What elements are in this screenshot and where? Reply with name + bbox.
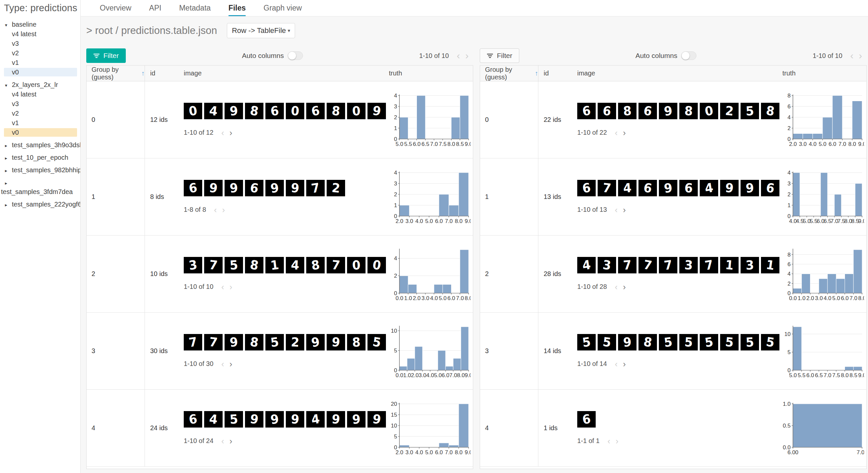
- mnist-digit-image[interactable]: 9: [266, 411, 284, 427]
- mnist-digit-image[interactable]: 8: [679, 103, 698, 119]
- sidebar-version-baseline-v2[interactable]: v2: [4, 49, 77, 57]
- mnist-digit-image[interactable]: 6: [639, 103, 657, 119]
- sidebar-version-2x-layers-2x-lr-v3[interactable]: v3: [4, 99, 77, 108]
- auto-columns-toggle[interactable]: [288, 51, 303, 60]
- mnist-digit-image[interactable]: 0: [184, 103, 202, 119]
- mnist-digit-image[interactable]: 7: [639, 257, 657, 273]
- mnist-digit-image[interactable]: 8: [245, 334, 264, 351]
- mnist-digit-image[interactable]: 9: [618, 334, 637, 351]
- mnist-digit-image[interactable]: 7: [327, 257, 345, 273]
- mnist-digit-image[interactable]: 7: [700, 257, 718, 273]
- mnist-digit-image[interactable]: 4: [618, 180, 637, 196]
- auto-columns-toggle[interactable]: [681, 51, 696, 60]
- mnist-digit-image[interactable]: 2: [286, 334, 304, 351]
- mnist-digit-image[interactable]: 6: [184, 180, 202, 196]
- mnist-digit-image[interactable]: 5: [224, 257, 243, 273]
- mnist-digit-image[interactable]: 9: [327, 411, 345, 427]
- mnist-digit-image[interactable]: 5: [761, 334, 779, 351]
- mnist-digit-image[interactable]: 6: [245, 180, 264, 196]
- mnist-digit-image[interactable]: 6: [184, 411, 202, 427]
- filter-button[interactable]: Filter: [480, 49, 519, 63]
- mnist-digit-image[interactable]: 8: [245, 257, 264, 273]
- mnist-digit-image[interactable]: 0: [347, 257, 366, 273]
- mnist-digit-image[interactable]: 4: [700, 180, 718, 196]
- mnist-digit-image[interactable]: 1: [761, 257, 779, 273]
- mnist-digit-image[interactable]: 9: [720, 180, 739, 196]
- sidebar-item-test-samples-3fdm7dea[interactable]: ▸test_samples_3fdm7dea: [4, 178, 77, 196]
- mnist-digit-image[interactable]: 9: [306, 334, 325, 351]
- mnist-digit-image[interactable]: 0: [700, 103, 718, 119]
- mnist-digit-image[interactable]: 8: [245, 103, 264, 119]
- row-mapping-dropdown[interactable]: Row -> TableFile ▾: [227, 23, 295, 38]
- row-next-page-icon[interactable]: ›: [229, 360, 232, 368]
- mnist-digit-image[interactable]: 5: [679, 334, 698, 351]
- mnist-digit-image[interactable]: 3: [598, 257, 616, 273]
- mnist-digit-image[interactable]: 1: [720, 257, 739, 273]
- filter-button[interactable]: Filter: [86, 49, 126, 63]
- mnist-digit-image[interactable]: 5: [720, 334, 739, 351]
- mnist-digit-image[interactable]: 0: [286, 103, 304, 119]
- mnist-digit-image[interactable]: 8: [761, 103, 779, 119]
- mnist-digit-image[interactable]: 5: [598, 334, 616, 351]
- sidebar-item-test-10-per-epoch[interactable]: ▸test_10_per_epoch: [4, 153, 77, 162]
- tab-graph-view[interactable]: Graph view: [264, 0, 302, 16]
- row-next-page-icon[interactable]: ›: [623, 128, 626, 137]
- column-header-image[interactable]: image: [566, 69, 782, 77]
- mnist-digit-image[interactable]: 4: [204, 411, 223, 427]
- mnist-digit-image[interactable]: 7: [659, 257, 677, 273]
- mnist-digit-image[interactable]: 5: [266, 334, 284, 351]
- mnist-digit-image[interactable]: 6: [639, 180, 657, 196]
- sidebar-version-baseline-v3[interactable]: v3: [4, 39, 77, 48]
- mnist-digit-image[interactable]: 6: [266, 103, 284, 119]
- mnist-digit-image[interactable]: 7: [618, 257, 637, 273]
- mnist-digit-image[interactable]: 6: [577, 411, 596, 427]
- column-header-image[interactable]: image: [173, 69, 388, 77]
- mnist-digit-image[interactable]: 9: [204, 180, 223, 196]
- tab-overview[interactable]: Overview: [100, 0, 131, 16]
- mnist-digit-image[interactable]: 8: [327, 103, 345, 119]
- mnist-digit-image[interactable]: 8: [347, 334, 366, 351]
- mnist-digit-image[interactable]: 6: [306, 103, 325, 119]
- mnist-digit-image[interactable]: 2: [327, 180, 345, 196]
- mnist-digit-image[interactable]: 4: [286, 257, 304, 273]
- mnist-digit-image[interactable]: 5: [368, 334, 386, 351]
- sidebar-version-2x-layers-2x-lr-v4-latest[interactable]: v4 latest: [4, 90, 77, 98]
- mnist-digit-image[interactable]: 4: [306, 411, 325, 427]
- mnist-digit-image[interactable]: 1: [266, 257, 284, 273]
- mnist-digit-image[interactable]: 8: [618, 103, 637, 119]
- mnist-digit-image[interactable]: 7: [184, 334, 202, 351]
- mnist-digit-image[interactable]: 7: [306, 180, 325, 196]
- mnist-digit-image[interactable]: 4: [577, 257, 596, 273]
- tab-files[interactable]: Files: [228, 0, 246, 16]
- mnist-digit-image[interactable]: 6: [577, 180, 596, 196]
- column-header-group-by-guess[interactable]: Group by (guess)↑: [480, 65, 538, 81]
- breadcrumb[interactable]: > root / predictions.table.json: [86, 25, 217, 36]
- column-header-truth[interactable]: truth: [388, 69, 473, 77]
- row-next-page-icon[interactable]: ›: [623, 360, 626, 368]
- mnist-digit-image[interactable]: 5: [224, 411, 243, 427]
- sidebar-version-baseline-v0[interactable]: v0: [4, 68, 77, 77]
- mnist-digit-image[interactable]: 9: [224, 180, 243, 196]
- mnist-digit-image[interactable]: 9: [659, 103, 677, 119]
- mnist-digit-image[interactable]: 9: [327, 334, 345, 351]
- sidebar-version-baseline-v4-latest[interactable]: v4 latest: [4, 30, 77, 38]
- mnist-digit-image[interactable]: 5: [741, 334, 759, 351]
- mnist-digit-image[interactable]: 0: [347, 103, 366, 119]
- column-header-id[interactable]: id: [145, 69, 173, 77]
- mnist-digit-image[interactable]: 9: [286, 411, 304, 427]
- mnist-digit-image[interactable]: 9: [224, 103, 243, 119]
- mnist-digit-image[interactable]: 6: [679, 180, 698, 196]
- mnist-digit-image[interactable]: 9: [224, 334, 243, 351]
- mnist-digit-image[interactable]: 5: [659, 334, 677, 351]
- sidebar-item-test-samples-3h9o3dsk[interactable]: ▸test_samples_3h9o3dsk: [4, 141, 77, 149]
- tab-api[interactable]: API: [149, 0, 161, 16]
- mnist-digit-image[interactable]: 9: [286, 180, 304, 196]
- column-header-id[interactable]: id: [538, 69, 566, 77]
- mnist-digit-image[interactable]: 9: [245, 411, 264, 427]
- sidebar-version-2x-layers-2x-lr-v2[interactable]: v2: [4, 109, 77, 118]
- sidebar-item-2x-layers-2x-lr[interactable]: ▾2x_layers_2x_lr: [4, 80, 77, 89]
- mnist-digit-image[interactable]: 9: [741, 180, 759, 196]
- mnist-digit-image[interactable]: 5: [577, 334, 596, 351]
- mnist-digit-image[interactable]: 8: [639, 334, 657, 351]
- sidebar-version-2x-layers-2x-lr-v0[interactable]: v0: [4, 128, 77, 137]
